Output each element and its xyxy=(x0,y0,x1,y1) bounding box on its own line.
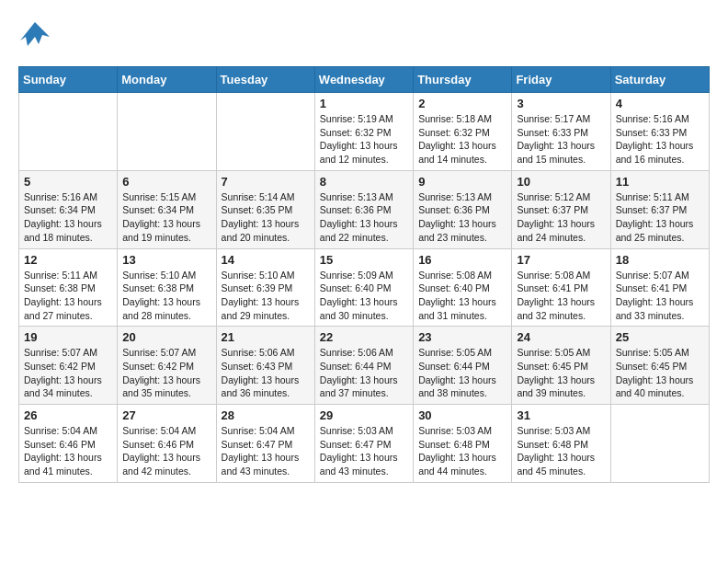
calendar-cell: 4Sunrise: 5:16 AM Sunset: 6:33 PM Daylig… xyxy=(610,93,709,171)
day-info: Sunrise: 5:03 AM Sunset: 6:48 PM Dayligh… xyxy=(517,424,605,478)
day-info: Sunrise: 5:19 AM Sunset: 6:32 PM Dayligh… xyxy=(320,112,408,167)
day-number: 22 xyxy=(320,330,408,344)
calendar-cell: 28Sunrise: 5:04 AM Sunset: 6:47 PM Dayli… xyxy=(216,405,314,483)
calendar-cell: 3Sunrise: 5:17 AM Sunset: 6:33 PM Daylig… xyxy=(512,93,610,171)
day-number: 13 xyxy=(122,253,210,267)
day-info: Sunrise: 5:16 AM Sunset: 6:33 PM Dayligh… xyxy=(616,112,704,167)
calendar-row-4: 19Sunrise: 5:07 AM Sunset: 6:42 PM Dayli… xyxy=(19,327,710,405)
day-number: 15 xyxy=(320,253,408,267)
weekday-header-thursday: Thursday xyxy=(414,67,512,93)
day-info: Sunrise: 5:11 AM Sunset: 6:38 PM Dayligh… xyxy=(24,269,112,323)
day-number: 14 xyxy=(222,253,310,267)
day-info: Sunrise: 5:13 AM Sunset: 6:36 PM Dayligh… xyxy=(320,190,408,245)
day-info: Sunrise: 5:10 AM Sunset: 6:38 PM Dayligh… xyxy=(122,269,210,323)
calendar-cell: 17Sunrise: 5:08 AM Sunset: 6:41 PM Dayli… xyxy=(512,248,610,327)
calendar-cell: 8Sunrise: 5:13 AM Sunset: 6:36 PM Daylig… xyxy=(314,170,413,248)
weekday-header-saturday: Saturday xyxy=(610,67,709,93)
calendar-cell: 15Sunrise: 5:09 AM Sunset: 6:40 PM Dayli… xyxy=(314,248,413,327)
day-number: 23 xyxy=(418,330,506,344)
calendar-cell: 9Sunrise: 5:13 AM Sunset: 6:36 PM Daylig… xyxy=(414,170,512,248)
day-info: Sunrise: 5:07 AM Sunset: 6:42 PM Dayligh… xyxy=(122,346,210,400)
calendar-cell: 21Sunrise: 5:06 AM Sunset: 6:43 PM Dayli… xyxy=(216,327,314,405)
calendar-cell: 16Sunrise: 5:08 AM Sunset: 6:40 PM Dayli… xyxy=(414,248,512,327)
weekday-header-wednesday: Wednesday xyxy=(314,67,413,93)
calendar-cell: 31Sunrise: 5:03 AM Sunset: 6:48 PM Dayli… xyxy=(512,405,610,483)
day-info: Sunrise: 5:05 AM Sunset: 6:45 PM Dayligh… xyxy=(517,346,605,400)
day-info: Sunrise: 5:04 AM Sunset: 6:47 PM Dayligh… xyxy=(222,424,310,478)
calendar-cell xyxy=(118,93,216,171)
day-number: 20 xyxy=(122,330,210,344)
calendar-cell: 10Sunrise: 5:12 AM Sunset: 6:37 PM Dayli… xyxy=(512,170,610,248)
day-info: Sunrise: 5:14 AM Sunset: 6:35 PM Dayligh… xyxy=(222,190,310,245)
calendar-cell: 6Sunrise: 5:15 AM Sunset: 6:34 PM Daylig… xyxy=(118,170,216,248)
day-info: Sunrise: 5:10 AM Sunset: 6:39 PM Dayligh… xyxy=(222,269,310,323)
calendar-cell: 24Sunrise: 5:05 AM Sunset: 6:45 PM Dayli… xyxy=(512,327,610,405)
day-number: 10 xyxy=(517,175,605,189)
calendar-cell: 27Sunrise: 5:04 AM Sunset: 6:46 PM Dayli… xyxy=(118,405,216,483)
weekday-header-monday: Monday xyxy=(118,67,216,93)
day-info: Sunrise: 5:09 AM Sunset: 6:40 PM Dayligh… xyxy=(320,269,408,323)
weekday-header-friday: Friday xyxy=(512,67,610,93)
day-info: Sunrise: 5:06 AM Sunset: 6:43 PM Dayligh… xyxy=(222,346,310,400)
day-info: Sunrise: 5:08 AM Sunset: 6:41 PM Dayligh… xyxy=(517,269,605,323)
day-info: Sunrise: 5:17 AM Sunset: 6:33 PM Dayligh… xyxy=(517,112,605,167)
calendar-cell: 18Sunrise: 5:07 AM Sunset: 6:41 PM Dayli… xyxy=(610,248,709,327)
page-header xyxy=(18,18,710,52)
day-number: 4 xyxy=(616,97,704,110)
day-number: 30 xyxy=(418,408,506,422)
day-number: 7 xyxy=(222,175,310,189)
day-number: 6 xyxy=(122,175,210,189)
calendar-cell: 19Sunrise: 5:07 AM Sunset: 6:42 PM Dayli… xyxy=(19,327,118,405)
day-info: Sunrise: 5:16 AM Sunset: 6:34 PM Dayligh… xyxy=(24,190,112,245)
calendar-cell: 14Sunrise: 5:10 AM Sunset: 6:39 PM Dayli… xyxy=(216,248,314,327)
calendar-cell xyxy=(610,405,709,483)
calendar-row-1: 1Sunrise: 5:19 AM Sunset: 6:32 PM Daylig… xyxy=(19,93,710,171)
day-number: 24 xyxy=(517,330,605,344)
calendar-row-5: 26Sunrise: 5:04 AM Sunset: 6:46 PM Dayli… xyxy=(19,405,710,483)
calendar-cell: 26Sunrise: 5:04 AM Sunset: 6:46 PM Dayli… xyxy=(19,405,118,483)
day-number: 11 xyxy=(616,175,704,189)
weekday-header-sunday: Sunday xyxy=(19,67,118,93)
day-number: 21 xyxy=(222,330,310,344)
day-info: Sunrise: 5:03 AM Sunset: 6:47 PM Dayligh… xyxy=(320,424,408,478)
day-number: 29 xyxy=(320,408,408,422)
day-info: Sunrise: 5:07 AM Sunset: 6:42 PM Dayligh… xyxy=(24,346,112,400)
day-info: Sunrise: 5:08 AM Sunset: 6:40 PM Dayligh… xyxy=(418,269,506,323)
weekday-header-tuesday: Tuesday xyxy=(216,67,314,93)
calendar-cell: 23Sunrise: 5:05 AM Sunset: 6:44 PM Dayli… xyxy=(414,327,512,405)
calendar-cell: 13Sunrise: 5:10 AM Sunset: 6:38 PM Dayli… xyxy=(118,248,216,327)
day-number: 3 xyxy=(517,97,605,110)
day-info: Sunrise: 5:04 AM Sunset: 6:46 PM Dayligh… xyxy=(24,424,112,478)
day-number: 26 xyxy=(24,408,112,422)
calendar-cell: 22Sunrise: 5:06 AM Sunset: 6:44 PM Dayli… xyxy=(314,327,413,405)
calendar-row-2: 5Sunrise: 5:16 AM Sunset: 6:34 PM Daylig… xyxy=(19,170,710,248)
logo xyxy=(18,18,55,52)
day-number: 25 xyxy=(616,330,704,344)
day-number: 27 xyxy=(122,408,210,422)
calendar-cell: 30Sunrise: 5:03 AM Sunset: 6:48 PM Dayli… xyxy=(414,405,512,483)
day-number: 18 xyxy=(616,253,704,267)
weekday-header-row: SundayMondayTuesdayWednesdayThursdayFrid… xyxy=(19,67,710,93)
calendar-cell: 12Sunrise: 5:11 AM Sunset: 6:38 PM Dayli… xyxy=(19,248,118,327)
day-info: Sunrise: 5:15 AM Sunset: 6:34 PM Dayligh… xyxy=(122,190,210,245)
logo-icon xyxy=(18,18,51,52)
calendar-cell: 1Sunrise: 5:19 AM Sunset: 6:32 PM Daylig… xyxy=(314,93,413,171)
day-number: 5 xyxy=(24,175,112,189)
calendar-cell: 5Sunrise: 5:16 AM Sunset: 6:34 PM Daylig… xyxy=(19,170,118,248)
day-info: Sunrise: 5:07 AM Sunset: 6:41 PM Dayligh… xyxy=(616,269,704,323)
day-info: Sunrise: 5:12 AM Sunset: 6:37 PM Dayligh… xyxy=(517,190,605,245)
calendar-cell: 20Sunrise: 5:07 AM Sunset: 6:42 PM Dayli… xyxy=(118,327,216,405)
day-number: 1 xyxy=(320,97,408,110)
calendar-cell xyxy=(19,93,118,171)
calendar-table: SundayMondayTuesdayWednesdayThursdayFrid… xyxy=(18,66,710,483)
day-info: Sunrise: 5:06 AM Sunset: 6:44 PM Dayligh… xyxy=(320,346,408,400)
day-number: 19 xyxy=(24,330,112,344)
day-number: 9 xyxy=(418,175,506,189)
day-number: 2 xyxy=(418,97,506,110)
day-info: Sunrise: 5:04 AM Sunset: 6:46 PM Dayligh… xyxy=(122,424,210,478)
day-number: 16 xyxy=(418,253,506,267)
day-info: Sunrise: 5:05 AM Sunset: 6:45 PM Dayligh… xyxy=(616,346,704,400)
day-number: 31 xyxy=(517,408,605,422)
day-info: Sunrise: 5:13 AM Sunset: 6:36 PM Dayligh… xyxy=(418,190,506,245)
day-info: Sunrise: 5:11 AM Sunset: 6:37 PM Dayligh… xyxy=(616,190,704,245)
